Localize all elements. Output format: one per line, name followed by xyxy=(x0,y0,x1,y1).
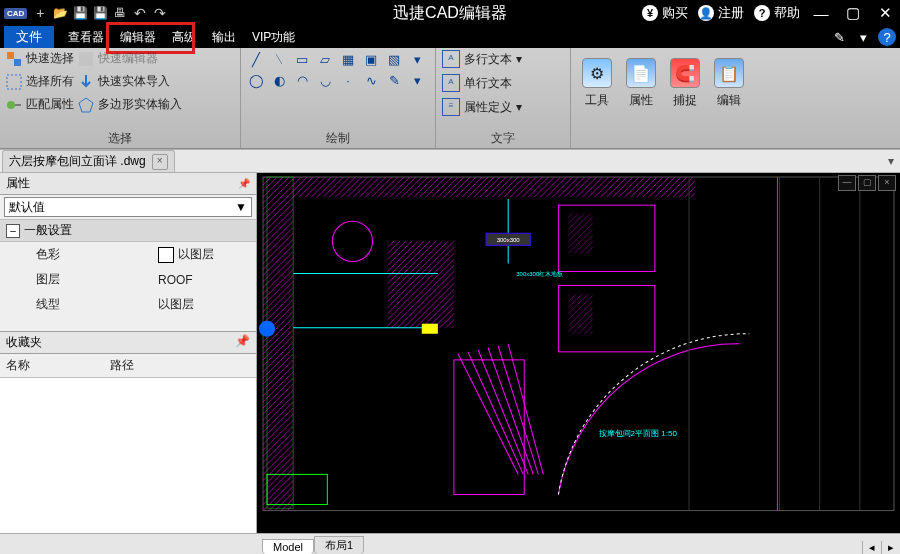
block-icon[interactable]: ▣ xyxy=(362,50,380,68)
help-label: 帮助 xyxy=(774,4,800,22)
document-tab[interactable]: 六层按摩包间立面详 .dwg × xyxy=(2,150,175,172)
pin-icon[interactable]: 📌 xyxy=(235,334,250,351)
prop-val-linetype[interactable]: 以图层 xyxy=(152,292,256,317)
drawing-svg: 300x300 300x300红木地板 按摩包间2平面图 1:50 xyxy=(257,173,900,515)
favorites-col-path: 路径 xyxy=(110,357,134,374)
tools-label: 工具 xyxy=(585,92,609,109)
print-icon[interactable] xyxy=(111,4,129,22)
menu-vip[interactable]: VIP功能 xyxy=(244,27,303,48)
quick-select-icon xyxy=(6,51,22,67)
line-icon[interactable]: ╱ xyxy=(247,50,265,68)
main-area: 属性 📌 默认值 ▼ – 一般设置 色彩 以图层 图层 ROOF 线型 以图层 xyxy=(0,173,900,533)
ellipse-icon[interactable]: ◐ xyxy=(270,71,288,89)
singleline-text[interactable]: A单行文本 xyxy=(442,74,522,92)
tab-model[interactable]: Model xyxy=(262,539,314,554)
quick-import-label: 快速实体导入 xyxy=(98,73,170,90)
match-props[interactable]: 匹配属性 xyxy=(6,96,74,113)
menu-bar: 文件 查看器 编辑器 高级 输出 VIP功能 ✎ ▾ ? xyxy=(0,26,900,48)
properties-title-label: 属性 xyxy=(6,175,30,192)
redo-icon[interactable] xyxy=(151,4,169,22)
snap-icon: 🧲 xyxy=(670,58,700,88)
viewport-max-icon[interactable]: ▢ xyxy=(858,175,876,191)
menu-viewer[interactable]: 查看器 xyxy=(60,27,112,48)
scroll-right-icon[interactable]: ▸ xyxy=(881,541,900,554)
select-all[interactable]: 选择所有 xyxy=(6,73,74,90)
svg-rect-9 xyxy=(388,241,454,327)
viewport-close-icon[interactable]: × xyxy=(878,175,896,191)
saveas-icon[interactable] xyxy=(91,4,109,22)
color-swatch-icon xyxy=(158,247,174,263)
svg-text:300x300: 300x300 xyxy=(497,237,521,243)
document-tab-label: 六层按摩包间立面详 .dwg xyxy=(9,153,146,170)
table-row[interactable]: 线型 以图层 xyxy=(0,292,256,317)
yuan-icon: ¥ xyxy=(642,5,658,21)
attr-def[interactable]: ≡属性定义▾ xyxy=(442,98,522,116)
properties-section-general[interactable]: – 一般设置 xyxy=(0,219,256,242)
quick-select[interactable]: 快速选择 xyxy=(6,50,74,67)
document-tab-close-icon[interactable]: × xyxy=(152,154,168,170)
register-button[interactable]: 👤 注册 xyxy=(698,4,744,22)
viewport-min-icon[interactable]: — xyxy=(838,175,856,191)
attributes-button[interactable]: 📄 属性 xyxy=(621,56,661,109)
help-button[interactable]: ? 帮助 xyxy=(754,4,800,22)
tools-button[interactable]: ⚙ 工具 xyxy=(577,56,617,109)
point-icon[interactable]: · xyxy=(339,71,357,89)
quick-import-icon xyxy=(78,74,94,90)
polyline-icon[interactable]: ﹨ xyxy=(270,50,288,68)
tab-layout[interactable]: 布局1 xyxy=(314,536,364,554)
maximize-button[interactable]: ▢ xyxy=(842,4,864,22)
scroll-left-icon[interactable]: ◂ xyxy=(862,541,881,554)
draw-tool-grid: ╱ ﹨ ▭ ▱ ▦ ▣ ▧ ▾ ◯ ◐ ◠ ◡ · ∿ ✎ ▾ xyxy=(247,50,428,129)
hatch-icon[interactable]: ▧ xyxy=(385,50,403,68)
svg-line-23 xyxy=(498,346,538,475)
svg-line-21 xyxy=(478,350,528,475)
ribbon-group-big: ⚙ 工具 📄 属性 🧲 捕捉 📋 编辑 xyxy=(571,48,900,148)
open-icon[interactable] xyxy=(51,4,69,22)
close-button[interactable]: ✕ xyxy=(874,4,896,22)
svg-rect-0 xyxy=(7,52,14,59)
array-icon[interactable]: ▦ xyxy=(339,50,357,68)
multiline-text[interactable]: A多行文本▾ xyxy=(442,50,522,68)
menu-advanced[interactable]: 高级 xyxy=(164,27,204,48)
polygon-input[interactable]: 多边形实体输入 xyxy=(78,96,182,113)
arc-icon[interactable]: ◠ xyxy=(293,71,311,89)
quick-import[interactable]: 快速实体导入 xyxy=(78,73,182,90)
arc2-icon[interactable]: ◡ xyxy=(316,71,334,89)
circle-icon[interactable]: ◯ xyxy=(247,71,265,89)
table-row[interactable]: 图层 ROOF xyxy=(0,267,256,292)
prop-val-layer[interactable]: ROOF xyxy=(152,267,256,292)
pen-icon[interactable]: ✎ xyxy=(385,71,403,89)
pin-icon[interactable]: 📌 xyxy=(238,178,250,189)
minimize-button[interactable]: — xyxy=(810,5,832,22)
rect2-icon[interactable]: ▱ xyxy=(316,50,334,68)
svg-rect-11 xyxy=(568,294,592,334)
collapse-icon[interactable]: – xyxy=(6,224,20,238)
new-icon[interactable] xyxy=(31,4,49,22)
document-tab-dropdown[interactable]: ▾ xyxy=(882,150,900,172)
title-bar: CAD 迅捷CAD编辑器 ¥ 购买 👤 注册 ? 帮助 — ▢ ✕ xyxy=(0,0,900,26)
rect-icon[interactable]: ▭ xyxy=(293,50,311,68)
dropdown-icon[interactable]: ▾ xyxy=(854,28,872,46)
menu-file[interactable]: 文件 xyxy=(4,26,54,48)
drawing-canvas[interactable]: 300x300 300x300红木地板 按摩包间2平面图 1:50 — ▢ × xyxy=(257,173,900,533)
pencil-icon[interactable]: ✎ xyxy=(830,28,848,46)
snap-button[interactable]: 🧲 捕捉 xyxy=(665,56,705,109)
spline-icon[interactable]: ∿ xyxy=(362,71,380,89)
edit-button[interactable]: 📋 编辑 xyxy=(709,56,749,109)
more-row2-icon[interactable]: ▾ xyxy=(408,71,426,89)
buy-button[interactable]: ¥ 购买 xyxy=(642,4,688,22)
save-icon[interactable] xyxy=(71,4,89,22)
properties-dropdown[interactable]: 默认值 ▼ xyxy=(4,197,252,217)
menu-output[interactable]: 输出 xyxy=(204,27,244,48)
menu-editor[interactable]: 编辑器 xyxy=(112,27,164,48)
buy-label: 购买 xyxy=(662,4,688,22)
svg-marker-5 xyxy=(79,98,93,112)
table-row[interactable]: 色彩 以图层 xyxy=(0,242,256,267)
ribbon-group-draw-label: 绘制 xyxy=(247,129,429,148)
tools-icon: ⚙ xyxy=(582,58,612,88)
favorites-body[interactable] xyxy=(0,377,256,533)
undo-icon[interactable] xyxy=(131,4,149,22)
help-round-icon[interactable]: ? xyxy=(878,28,896,46)
prop-val-color[interactable]: 以图层 xyxy=(152,242,256,267)
more-row1-icon[interactable]: ▾ xyxy=(408,50,426,68)
